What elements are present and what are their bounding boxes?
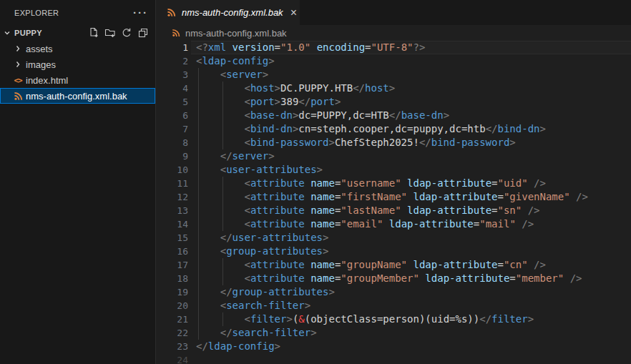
code-line-content[interactable]: <attribute name="groupName" ldap-attribu… xyxy=(191,258,631,272)
line-number: 18 xyxy=(156,272,188,285)
sidebar-item-nms-auth-config[interactable]: nms-auth-config.xml.bak xyxy=(0,88,155,104)
code-line-content[interactable]: <attribute name="email" ldap-attribute="… xyxy=(191,217,631,231)
collapse-all-icon xyxy=(137,27,149,39)
code-line: 4 <host>DC.PUPPY.HTB</host> xyxy=(156,82,631,95)
indent-guide xyxy=(222,217,223,231)
indent-guide xyxy=(222,177,223,190)
code-line-content[interactable]: <port>389</port> xyxy=(191,95,631,109)
code-line: 10 <user-attributes> xyxy=(156,163,631,177)
line-number: 21 xyxy=(156,313,188,326)
editor-group: nms-auth-config.xml.bak × nms-auth-confi… xyxy=(156,0,631,364)
line-number: 12 xyxy=(156,190,188,204)
code-line: 1<?xml version="1.0" encoding="UTF-8"?> xyxy=(156,41,631,54)
line-number: 8 xyxy=(156,136,188,149)
indent-guide xyxy=(198,177,199,190)
breadcrumb-file-label: nms-auth-config.xml.bak xyxy=(185,28,287,39)
indent-guide xyxy=(198,163,199,177)
explorer-header: EXPLORER ··· xyxy=(0,0,155,25)
indent-guide xyxy=(222,82,223,95)
explorer-title: EXPLORER xyxy=(14,9,133,17)
code-line: 17 <attribute name="groupName" ldap-attr… xyxy=(156,258,631,272)
line-number: 11 xyxy=(156,177,188,190)
section-title: PUPPY xyxy=(14,29,42,37)
xml-file-icon xyxy=(166,7,177,18)
explorer-toolbar xyxy=(87,27,155,39)
code-line: 2<ldap-config> xyxy=(156,54,631,68)
code-line: 9 </server> xyxy=(156,149,631,163)
indent-guide xyxy=(222,204,223,217)
code-line: 6 <base-dn>dc=PUPPY,dc=HTB</base-dn> xyxy=(156,109,631,122)
indent-guide xyxy=(198,149,199,163)
code-line-content[interactable]: </ldap-config> xyxy=(191,340,631,353)
sidebar-item-index-html[interactable]: <> index.html xyxy=(0,72,155,88)
code-line-content[interactable]: <user-attributes> xyxy=(191,163,631,177)
code-editor[interactable]: 1<?xml version="1.0" encoding="UTF-8"?>2… xyxy=(156,41,631,364)
code-line-content[interactable]: </search-filter> xyxy=(191,326,631,340)
code-line-content[interactable]: <host>DC.PUPPY.HTB</host> xyxy=(191,82,631,95)
sidebar-item-assets[interactable]: assets xyxy=(0,41,155,56)
code-line-content[interactable]: <attribute name="groupMember" ldap-attri… xyxy=(191,272,631,285)
line-number: 22 xyxy=(156,326,188,340)
code-line-content[interactable]: <attribute name="username" ldap-attribut… xyxy=(191,177,631,190)
new-folder-icon xyxy=(104,27,116,39)
indent-guide xyxy=(222,272,223,285)
chevron-right-icon xyxy=(12,43,24,54)
code-line-content[interactable]: <?xml version="1.0" encoding="UTF-8"?> xyxy=(191,41,631,54)
indent-guide xyxy=(198,326,199,340)
section-header-puppy[interactable]: PUPPY xyxy=(0,25,155,41)
line-number: 1 xyxy=(156,41,188,54)
new-file-button[interactable] xyxy=(87,27,99,39)
code-line: 19 </group-attributes> xyxy=(156,285,631,299)
chevron-down-icon xyxy=(1,27,13,39)
code-line: 24 xyxy=(156,353,631,364)
indent-guide xyxy=(198,122,199,136)
indent-guide xyxy=(222,313,223,326)
more-actions-icon[interactable]: ··· xyxy=(133,9,148,16)
tab-nms-auth-config[interactable]: nms-auth-config.xml.bak × xyxy=(156,0,300,25)
indent-guide xyxy=(198,258,199,272)
code-line-content[interactable]: <filter>(&(objectClass=person)(uid=%s))<… xyxy=(191,313,631,326)
code-line: 16 <group-attributes> xyxy=(156,245,631,258)
refresh-button[interactable] xyxy=(120,27,132,39)
line-number: 24 xyxy=(156,353,188,364)
indent-guide xyxy=(222,258,223,272)
code-line-content[interactable]: <server> xyxy=(191,68,631,82)
sidebar-item-images[interactable]: images xyxy=(0,56,155,72)
file-tree: assets images <> index.html nms-auth-con… xyxy=(0,41,155,104)
line-number: 5 xyxy=(156,95,188,109)
folder-label: assets xyxy=(26,44,53,54)
new-folder-button[interactable] xyxy=(104,27,116,39)
code-line: 18 <attribute name="groupMember" ldap-at… xyxy=(156,272,631,285)
code-line: 3 <server> xyxy=(156,68,631,82)
line-number: 3 xyxy=(156,68,188,82)
indent-guide xyxy=(198,313,199,326)
close-icon[interactable]: × xyxy=(290,8,297,18)
code-line-content[interactable]: <search-filter> xyxy=(191,299,631,313)
code-line-content[interactable]: </group-attributes> xyxy=(191,285,631,299)
code-line-content[interactable]: <group-attributes> xyxy=(191,245,631,258)
indent-guide xyxy=(222,109,223,122)
code-line-content[interactable]: </user-attributes> xyxy=(191,231,631,245)
code-line-content[interactable]: <attribute name="firstName" ldap-attribu… xyxy=(191,190,631,204)
indent-guide xyxy=(198,272,199,285)
line-number: 20 xyxy=(156,299,188,313)
line-number: 17 xyxy=(156,258,188,272)
code-line-content[interactable]: </server> xyxy=(191,149,631,163)
breadcrumb[interactable]: nms-auth-config.xml.bak xyxy=(156,25,631,41)
code-line-content[interactable] xyxy=(191,353,631,364)
collapse-folders-button[interactable] xyxy=(137,27,149,39)
code-line: 14 <attribute name="email" ldap-attribut… xyxy=(156,217,631,231)
indent-guide xyxy=(198,245,199,258)
code-line-content[interactable]: <bind-dn>cn=steph.cooper,dc=puppy,dc=htb… xyxy=(191,122,631,136)
file-label: nms-auth-config.xml.bak xyxy=(26,91,127,102)
indent-guide xyxy=(222,122,223,136)
code-line-content[interactable]: <ldap-config> xyxy=(191,54,631,68)
code-line-content[interactable]: <attribute name="lastName" ldap-attribut… xyxy=(191,204,631,217)
indent-guide xyxy=(222,136,223,149)
line-number: 4 xyxy=(156,82,188,95)
code-line-content[interactable]: <base-dn>dc=PUPPY,dc=HTB</base-dn> xyxy=(191,109,631,122)
code-line: 8 <bind-password>ChefSteph2025!</bind-pa… xyxy=(156,136,631,149)
code-line: 23</ldap-config> xyxy=(156,340,631,353)
line-number: 15 xyxy=(156,231,188,245)
code-line-content[interactable]: <bind-password>ChefSteph2025!</bind-pass… xyxy=(191,136,631,149)
